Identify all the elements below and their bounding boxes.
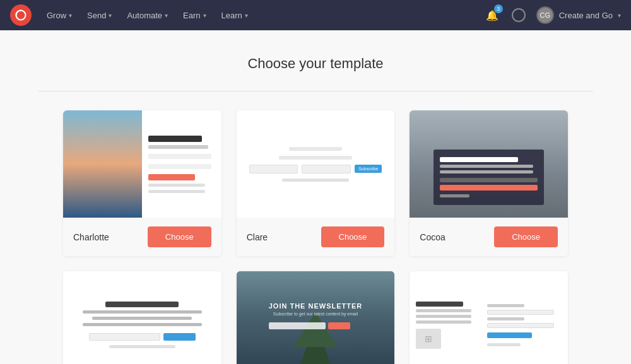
- pine-sub-bar-1: [416, 309, 471, 312]
- template-footer-clare: Clare Choose: [237, 218, 395, 256]
- preview-mock-pine: ⊞: [410, 271, 568, 364]
- preview-mock-monterey: JOIN THE NEWSLETTER Subscribe to get our…: [237, 271, 395, 364]
- pine-input-2: [487, 323, 554, 328]
- cocoa-title-bar: [440, 157, 518, 162]
- clare-name: Clare: [247, 232, 268, 242]
- mills-sub-bar-2: [92, 317, 192, 320]
- nav-send-chevron: ▾: [109, 12, 112, 19]
- preview-mock-charlotte: [63, 110, 221, 218]
- mills-small-bar: [109, 345, 175, 348]
- template-card-pine: ⊞ Pine Choose: [410, 271, 568, 364]
- nav-earn-chevron: ▾: [203, 12, 206, 19]
- template-card-monterey: JOIN THE NEWSLETTER Subscribe to get our…: [237, 271, 395, 364]
- logo[interactable]: [10, 4, 32, 26]
- template-preview-charlotte: [63, 110, 221, 218]
- charlotte-preview-image: [63, 110, 142, 218]
- template-footer-charlotte: Charlotte Choose: [63, 218, 221, 256]
- clare-label-row: [289, 147, 342, 151]
- nav-earn-label: Earn: [183, 11, 200, 20]
- clare-btn-mock: Subscribe: [355, 165, 382, 173]
- template-card-clare: Subscribe Clare Choose: [237, 110, 395, 256]
- clare-powered: [282, 179, 348, 182]
- page-title: Choose your template: [0, 56, 631, 72]
- nav-icons-area: 🔔 3 CG Create and Go ▾: [483, 6, 621, 24]
- preview-mock-cocoa: [410, 110, 568, 218]
- template-card-charlotte: Charlotte Choose: [63, 110, 221, 256]
- monterey-title: JOIN THE NEWSLETTER: [269, 302, 363, 310]
- template-preview-pine: ⊞: [410, 271, 568, 364]
- charlotte-small-bar-2: [148, 190, 205, 193]
- nav-learn-chevron: ▾: [245, 12, 248, 19]
- navbar: Grow ▾ Send ▾ Automate ▾ Earn ▾ Learn ▾ …: [0, 0, 631, 30]
- cocoa-input-mock: [440, 178, 538, 182]
- monterey-overlay-text: JOIN THE NEWSLETTER Subscribe to get our…: [256, 302, 375, 329]
- pine-btn-mock: [487, 332, 532, 338]
- settings-button[interactable]: [510, 6, 528, 24]
- template-grid: Charlotte Choose Subscribe Clare Choose: [13, 110, 618, 364]
- choose-button-charlotte[interactable]: Choose: [148, 226, 211, 247]
- choose-button-cocoa[interactable]: Choose: [494, 226, 558, 247]
- pine-powered: [487, 343, 521, 346]
- nav-learn[interactable]: Learn ▾: [215, 7, 254, 24]
- pine-img-placeholder: ⊞: [416, 329, 441, 349]
- mills-sub-bar-1: [83, 310, 203, 314]
- charlotte-sub-bar: [148, 145, 208, 149]
- mills-title-bar: [105, 302, 179, 307]
- template-preview-cocoa: [410, 110, 568, 218]
- monterey-input: [269, 322, 326, 329]
- nav-send[interactable]: Send ▾: [81, 7, 118, 24]
- template-preview-clare: Subscribe: [237, 110, 395, 218]
- notification-button[interactable]: 🔔 3: [483, 6, 501, 24]
- template-card-mills: Mills Choose: [63, 271, 221, 364]
- avatar: CG: [536, 6, 554, 24]
- cocoa-sub-bar-1: [440, 165, 533, 168]
- nav-send-label: Send: [87, 11, 106, 20]
- monterey-btn: [328, 322, 350, 329]
- charlotte-name: Charlotte: [73, 232, 109, 242]
- clare-input-row: Subscribe: [249, 165, 382, 173]
- template-preview-monterey: JOIN THE NEWSLETTER Subscribe to get our…: [237, 271, 395, 364]
- clare-label-row2: [279, 156, 352, 160]
- nav-grow[interactable]: Grow ▾: [40, 7, 78, 24]
- user-label: Create and Go: [559, 11, 613, 20]
- charlotte-small-bar-1: [148, 184, 205, 187]
- charlotte-preview-text: [142, 110, 221, 218]
- user-menu-chevron: ▾: [618, 12, 621, 19]
- divider: [38, 91, 593, 91]
- charlotte-btn-mock: [148, 174, 195, 180]
- nav-grow-chevron: ▾: [69, 12, 72, 19]
- mills-btn-mock: [163, 333, 196, 341]
- pine-right-col: [481, 271, 568, 364]
- cocoa-logo-bar: [440, 194, 469, 197]
- choose-button-clare[interactable]: Choose: [321, 226, 385, 247]
- pine-img-icon: ⊞: [425, 334, 432, 344]
- nav-automate[interactable]: Automate ▾: [121, 7, 174, 24]
- pine-label-bar-2: [487, 317, 524, 320]
- charlotte-title-bar: [148, 136, 201, 142]
- template-card-cocoa: Cocoa Choose: [410, 110, 568, 256]
- clare-input-2: [302, 165, 351, 173]
- pine-sub-bar-3: [416, 320, 471, 324]
- cocoa-logo-row: [440, 194, 538, 197]
- nav-earn[interactable]: Earn ▾: [177, 7, 212, 24]
- monterey-input-row: [269, 322, 363, 329]
- monterey-sub: Subscribe to get our latest content by e…: [269, 312, 363, 316]
- pine-sub-bar-2: [416, 315, 471, 318]
- user-menu[interactable]: CG Create and Go ▾: [536, 6, 621, 24]
- template-preview-mills: [63, 271, 221, 364]
- preview-mock-mills: [63, 271, 221, 364]
- cocoa-name: Cocoa: [420, 232, 445, 242]
- mills-input-row: [89, 333, 196, 341]
- mills-input-mock: [89, 333, 160, 341]
- preview-mock-clare: Subscribe: [237, 110, 395, 218]
- avatar-initials: CG: [540, 11, 550, 19]
- pine-input-1: [487, 310, 554, 315]
- charlotte-input-1: [148, 154, 211, 159]
- page-title-area: Choose your template: [0, 30, 631, 91]
- nav-learn-label: Learn: [221, 11, 242, 20]
- charlotte-input-2: [148, 164, 211, 169]
- pine-title-bar: [416, 302, 463, 307]
- notification-badge: 3: [494, 4, 503, 13]
- cocoa-btn-mock: [440, 185, 538, 191]
- nav-automate-label: Automate: [127, 11, 162, 20]
